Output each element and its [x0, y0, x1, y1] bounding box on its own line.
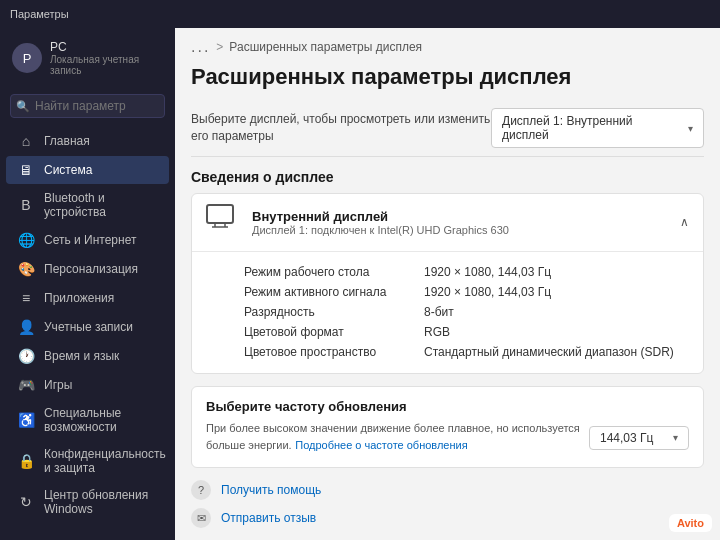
sidebar-label-accounts: Учетные записи [44, 320, 133, 334]
svg-rect-0 [207, 205, 233, 223]
avito-badge: Avito [669, 514, 712, 532]
spec-row: Режим активного сигнала 1920 × 1080, 144… [244, 282, 689, 302]
system-icon: 🖥 [18, 162, 34, 178]
user-profile[interactable]: P PC Локальная учетная запись [0, 32, 175, 84]
refresh-dropdown[interactable]: 144,03 Гц ▾ [589, 426, 689, 450]
spec-value: 1920 × 1080, 144,03 Гц [424, 285, 551, 299]
accessibility-icon: ♿ [18, 412, 34, 428]
sidebar-item-personalization[interactable]: 🎨 Персонализация [6, 255, 169, 283]
update-icon: ↻ [18, 494, 34, 510]
refresh-dropdown-arrow-icon: ▾ [673, 432, 678, 443]
refresh-desc: При более высоком значении движение боле… [206, 420, 589, 455]
help-link-help[interactable]: Получить помощь [221, 483, 321, 497]
sidebar-item-update[interactable]: ↻ Центр обновления Windows [6, 482, 169, 522]
sidebar-item-accounts[interactable]: 👤 Учетные записи [6, 313, 169, 341]
breadcrumb-text: Расширенных параметры дисплея [229, 40, 422, 54]
spec-row: Разрядность 8-бит [244, 302, 689, 322]
personalization-icon: 🎨 [18, 261, 34, 277]
refresh-row: При более высоком значении движение боле… [206, 420, 689, 455]
display-specs: Режим рабочего стола 1920 × 1080, 144,03… [192, 252, 703, 374]
help-item-help[interactable]: ? Получить помощь [191, 480, 704, 500]
display-header-left: Внутренний дисплей Дисплей 1: подключен … [206, 204, 509, 241]
spec-label: Режим рабочего стола [244, 265, 424, 279]
page-title: Расширенных параметры дисплея [175, 60, 720, 100]
sidebar: P PC Локальная учетная запись 🔍 ⌂ Главна… [0, 28, 175, 540]
spec-row: Цветовое пространство Стандартный динами… [244, 342, 689, 362]
titlebar: Параметры [0, 0, 720, 28]
sidebar-item-privacy[interactable]: 🔒 Конфиденциальность и защита [6, 441, 169, 481]
spec-value: RGB [424, 325, 450, 339]
user-info: PC Локальная учетная запись [50, 40, 163, 76]
display-info-block: Внутренний дисплей Дисплей 1: подключен … [191, 193, 704, 374]
breadcrumb: ... > Расширенных параметры дисплея [175, 28, 720, 60]
apps-icon: ≡ [18, 290, 34, 306]
display-header-text: Внутренний дисплей Дисплей 1: подключен … [252, 209, 509, 236]
search-box[interactable]: 🔍 [10, 94, 165, 118]
chevron-up-icon: ∧ [680, 215, 689, 229]
accounts-icon: 👤 [18, 319, 34, 335]
feedback-icon: ✉ [191, 508, 211, 528]
sidebar-label-apps: Приложения [44, 291, 114, 305]
dropdown-arrow-icon: ▾ [688, 123, 693, 134]
spec-value: 1920 × 1080, 144,03 Гц [424, 265, 551, 279]
display-dropdown[interactable]: Дисплей 1: Внутренний дисплей ▾ [491, 108, 704, 148]
sidebar-label-system: Система [44, 163, 92, 177]
home-icon: ⌂ [18, 133, 34, 149]
sidebar-label-update: Центр обновления Windows [44, 488, 157, 516]
sidebar-item-system[interactable]: 🖥 Система [6, 156, 169, 184]
display-dropdown-label: Дисплей 1: Внутренний дисплей [502, 114, 682, 142]
search-icon: 🔍 [16, 100, 30, 113]
display-subtitle: Дисплей 1: подключен к Intel(R) UHD Grap… [252, 224, 509, 236]
help-link-feedback[interactable]: Отправить отзыв [221, 511, 316, 525]
sidebar-item-bluetooth[interactable]: B Bluetooth и устройства [6, 185, 169, 225]
sidebar-label-network: Сеть и Интернет [44, 233, 136, 247]
sidebar-item-gaming[interactable]: 🎮 Игры [6, 371, 169, 399]
sidebar-label-personalization: Персонализация [44, 262, 138, 276]
bluetooth-icon: B [18, 197, 34, 213]
breadcrumb-dots: ... [191, 38, 210, 56]
sidebar-label-time: Время и язык [44, 349, 119, 363]
display-selector-bar: Выберите дисплей, чтобы просмотреть или … [175, 100, 720, 156]
sidebar-label-home: Главная [44, 134, 90, 148]
avatar: P [12, 43, 42, 73]
sidebar-label-gaming: Игры [44, 378, 72, 392]
help-icon: ? [191, 480, 211, 500]
sidebar-nav: ⌂ Главная 🖥 Система B Bluetooth и устрой… [0, 126, 175, 523]
display-hint: Выберите дисплей, чтобы просмотреть или … [191, 111, 491, 145]
sidebar-label-bluetooth: Bluetooth и устройства [44, 191, 157, 219]
privacy-icon: 🔒 [18, 453, 34, 469]
time-icon: 🕐 [18, 348, 34, 364]
monitor-icon [206, 204, 234, 233]
display-header[interactable]: Внутренний дисплей Дисплей 1: подключен … [192, 194, 703, 252]
help-section: ? Получить помощь ✉ Отправить отзыв [175, 468, 720, 540]
spec-value: 8-бит [424, 305, 454, 319]
spec-label: Цветовой формат [244, 325, 424, 339]
main-content: ... > Расширенных параметры дисплея Расш… [175, 28, 720, 540]
spec-label: Разрядность [244, 305, 424, 319]
search-input[interactable] [10, 94, 165, 118]
refresh-desc-link[interactable]: Подробнее о частоте обновления [295, 435, 467, 455]
user-type: Локальная учетная запись [50, 54, 163, 76]
refresh-title: Выберите частоту обновления [206, 399, 689, 414]
titlebar-text: Параметры [10, 8, 69, 20]
sidebar-item-accessibility[interactable]: ♿ Специальные возможности [6, 400, 169, 440]
breadcrumb-separator: > [216, 40, 223, 54]
main-container: P PC Локальная учетная запись 🔍 ⌂ Главна… [0, 28, 720, 540]
sidebar-item-network[interactable]: 🌐 Сеть и Интернет [6, 226, 169, 254]
spec-row: Цветовой формат RGB [244, 322, 689, 342]
adapter-link[interactable]: Свойства видеоадаптера для дисплея 1 [244, 368, 469, 374]
sidebar-item-time[interactable]: 🕐 Время и язык [6, 342, 169, 370]
sidebar-label-accessibility: Специальные возможности [44, 406, 157, 434]
gaming-icon: 🎮 [18, 377, 34, 393]
sidebar-item-home[interactable]: ⌂ Главная [6, 127, 169, 155]
sidebar-label-privacy: Конфиденциальность и защита [44, 447, 166, 475]
avito-label: Avito [677, 517, 704, 529]
spec-label: Режим активного сигнала [244, 285, 424, 299]
display-info-title: Сведения о дисплее [175, 157, 720, 193]
display-name: Внутренний дисплей [252, 209, 509, 224]
refresh-rate-section: Выберите частоту обновления При более вы… [191, 386, 704, 468]
help-item-feedback[interactable]: ✉ Отправить отзыв [191, 508, 704, 528]
spec-row: Режим рабочего стола 1920 × 1080, 144,03… [244, 262, 689, 282]
sidebar-item-apps[interactable]: ≡ Приложения [6, 284, 169, 312]
user-name: PC [50, 40, 163, 54]
